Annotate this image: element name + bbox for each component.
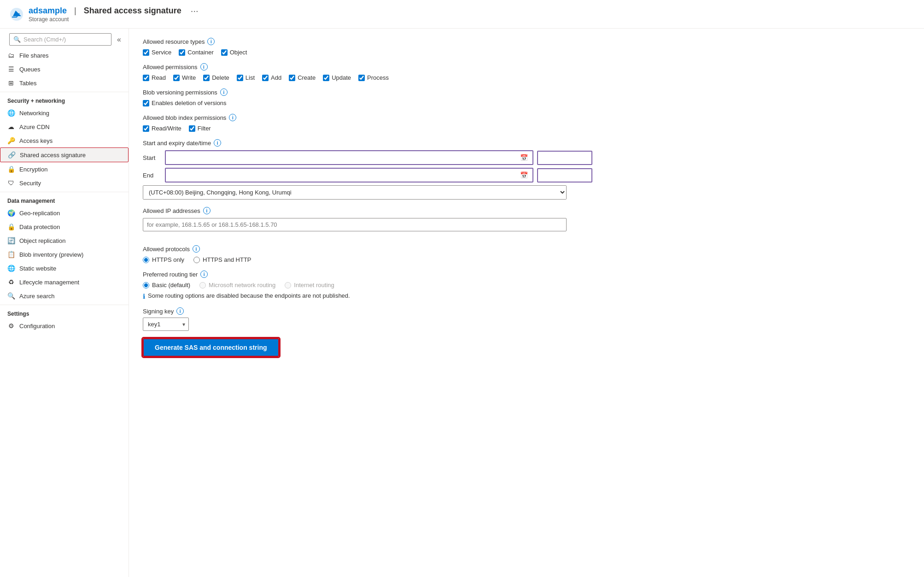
encryption-icon: 🔒	[7, 165, 15, 173]
radio-https-http[interactable]: HTTPS and HTTP	[193, 256, 251, 263]
timezone-select-wrapper[interactable]: (UTC+08:00) Beijing, Chongqing, Hong Kon…	[143, 185, 567, 200]
checkbox-service[interactable]: Service	[143, 49, 171, 56]
cdn-icon: ☁	[7, 123, 15, 130]
end-date-input-wrapper[interactable]: 06/11/2021 📅	[165, 168, 533, 183]
sidebar-item-label: Configuration	[19, 323, 55, 330]
sidebar-group-settings: Settings ⚙ Configuration	[0, 305, 129, 333]
sidebar-item-blob-inventory[interactable]: 📋 Blob inventory (preview)	[0, 247, 129, 261]
blob-index-info-icon[interactable]: i	[229, 114, 236, 121]
static-website-icon: 🌐	[7, 265, 15, 272]
sidebar-item-geo-replication[interactable]: 🌍 Geo-replication	[0, 206, 129, 220]
sidebar-item-lifecycle-management[interactable]: ♻ Lifecycle management	[0, 275, 129, 289]
sidebar-item-configuration[interactable]: ⚙ Configuration	[0, 319, 129, 333]
sidebar-item-label: File shares	[19, 52, 49, 59]
routing-tier-info-icon[interactable]: i	[200, 271, 208, 278]
access-keys-icon: 🔑	[7, 137, 15, 144]
sidebar-item-networking[interactable]: 🌐 Networking	[0, 106, 129, 120]
routing-note-icon: ℹ	[143, 293, 145, 300]
sidebar-item-security[interactable]: 🛡 Security	[0, 176, 129, 190]
sidebar-item-label: Static website	[19, 265, 56, 272]
checkbox-filter[interactable]: Filter	[189, 125, 211, 132]
blob-versioning-checkboxes: Enables deletion of versions	[143, 100, 910, 106]
allowed-ip-info-icon[interactable]: i	[203, 207, 211, 214]
datetime-section: Start and expiry date/time i Start 06/10…	[143, 139, 910, 200]
allowed-ip-input[interactable]	[143, 218, 567, 231]
checkbox-create[interactable]: Create	[289, 74, 316, 81]
start-time-input-wrapper[interactable]: 5:21:46 PM	[537, 151, 592, 165]
more-options-icon[interactable]: ···	[191, 6, 199, 16]
sidebar-item-object-replication[interactable]: 🔄 Object replication	[0, 234, 129, 247]
checkbox-enables-deletion[interactable]: Enables deletion of versions	[143, 100, 227, 106]
checkbox-process[interactable]: Process	[358, 74, 389, 81]
checkbox-write[interactable]: Write	[173, 74, 196, 81]
blob-versioning-label: Blob versioning permissions i	[143, 88, 910, 96]
start-date-input[interactable]: 06/10/2021	[166, 152, 515, 164]
sidebar-group-storage: 🗂 File shares ☰ Queues ⊞ Tables	[0, 48, 129, 90]
sidebar-item-azure-search[interactable]: 🔍 Azure search	[0, 289, 129, 303]
checkbox-list[interactable]: List	[237, 74, 255, 81]
checkbox-read[interactable]: Read	[143, 74, 166, 81]
signing-key-label: Signing key i	[143, 307, 910, 315]
signing-key-select[interactable]: key1 key2	[143, 318, 189, 331]
allowed-protocols-info-icon[interactable]: i	[193, 245, 200, 253]
sidebar-item-static-website[interactable]: 🌐 Static website	[0, 261, 129, 275]
checkbox-container[interactable]: Container	[179, 49, 213, 56]
data-management-section-header: Data management	[0, 192, 129, 206]
allowed-permissions-info-icon[interactable]: i	[200, 63, 208, 71]
timezone-select[interactable]: (UTC+08:00) Beijing, Chongqing, Hong Kon…	[143, 186, 566, 199]
sidebar-item-label: Queues	[19, 66, 41, 73]
start-date-calendar-button[interactable]: 📅	[515, 151, 532, 164]
sidebar-item-tables[interactable]: ⊞ Tables	[0, 76, 129, 90]
blob-inventory-icon: 📋	[7, 251, 15, 258]
file-shares-icon: 🗂	[7, 52, 15, 59]
datetime-info-icon[interactable]: i	[214, 139, 221, 147]
sidebar-group-security: Security + networking 🌐 Networking ☁ Azu…	[0, 92, 129, 190]
networking-icon: 🌐	[7, 109, 15, 117]
start-time-input[interactable]: 5:21:46 PM	[538, 152, 591, 164]
checkbox-add[interactable]: Add	[262, 74, 281, 81]
sidebar-item-queues[interactable]: ☰ Queues	[0, 62, 129, 76]
search-box[interactable]: 🔍	[9, 33, 111, 46]
sidebar-item-label: Azure CDN	[19, 124, 50, 130]
end-time-input-wrapper[interactable]: 1:21:46 AM	[537, 168, 592, 183]
allowed-resource-types-info-icon[interactable]: i	[207, 38, 215, 45]
title-block: adsample | Shared access signature ··· S…	[29, 6, 199, 23]
end-date-input[interactable]: 06/11/2021	[166, 169, 515, 182]
allowed-resource-types-checkboxes: Service Container Object	[143, 49, 910, 56]
azure-logo-icon	[9, 7, 24, 22]
checkbox-object[interactable]: Object	[221, 49, 247, 56]
signing-key-info-icon[interactable]: i	[176, 307, 184, 315]
blob-index-checkboxes: Read/Write Filter	[143, 125, 910, 132]
sidebar: 🔍 « 🗂 File shares ☰ Queues ⊞ Tables Secu…	[0, 29, 129, 577]
checkbox-readwrite[interactable]: Read/Write	[143, 125, 181, 132]
sidebar-item-encryption[interactable]: 🔒 Encryption	[0, 162, 129, 176]
lifecycle-icon: ♻	[7, 278, 15, 286]
sidebar-item-file-shares[interactable]: 🗂 File shares	[0, 48, 129, 62]
blob-versioning-info-icon[interactable]: i	[220, 88, 228, 96]
generate-sas-button[interactable]: Generate SAS and connection string	[143, 338, 279, 357]
radio-basic-default[interactable]: Basic (default)	[143, 282, 190, 288]
signing-key-select-wrapper[interactable]: key1 key2	[143, 318, 189, 331]
radio-internet-routing: Internet routing	[285, 282, 334, 288]
sidebar-item-label: Geo-replication	[19, 210, 60, 217]
routing-tier-radios: Basic (default) Microsoft network routin…	[143, 282, 910, 288]
sidebar-item-label: Object replication	[19, 237, 65, 244]
sidebar-item-access-keys[interactable]: 🔑 Access keys	[0, 134, 129, 147]
allowed-protocols-radios: HTTPS only HTTPS and HTTP	[143, 256, 910, 263]
sidebar-item-label: Blob inventory (preview)	[19, 251, 83, 258]
checkbox-update[interactable]: Update	[323, 74, 351, 81]
sidebar-item-data-protection[interactable]: 🔒 Data protection	[0, 220, 129, 234]
collapse-sidebar-button[interactable]: «	[117, 35, 121, 44]
sidebar-item-azure-cdn[interactable]: ☁ Azure CDN	[0, 120, 129, 134]
allowed-protocols-section: Allowed protocols i HTTPS only HTTPS and…	[143, 245, 910, 263]
end-date-calendar-button[interactable]: 📅	[515, 169, 532, 182]
sidebar-item-shared-access-signature[interactable]: 🔗 Shared access signature	[0, 147, 129, 162]
sidebar-item-label: Tables	[19, 80, 37, 87]
radio-https-only[interactable]: HTTPS only	[143, 256, 184, 263]
search-input[interactable]	[23, 36, 107, 43]
checkbox-delete[interactable]: Delete	[203, 74, 229, 81]
configuration-icon: ⚙	[7, 322, 15, 330]
end-time-input[interactable]: 1:21:46 AM	[538, 169, 591, 182]
start-date-input-wrapper[interactable]: 06/10/2021 📅	[165, 150, 533, 165]
sidebar-item-label: Data protection	[19, 224, 60, 230]
